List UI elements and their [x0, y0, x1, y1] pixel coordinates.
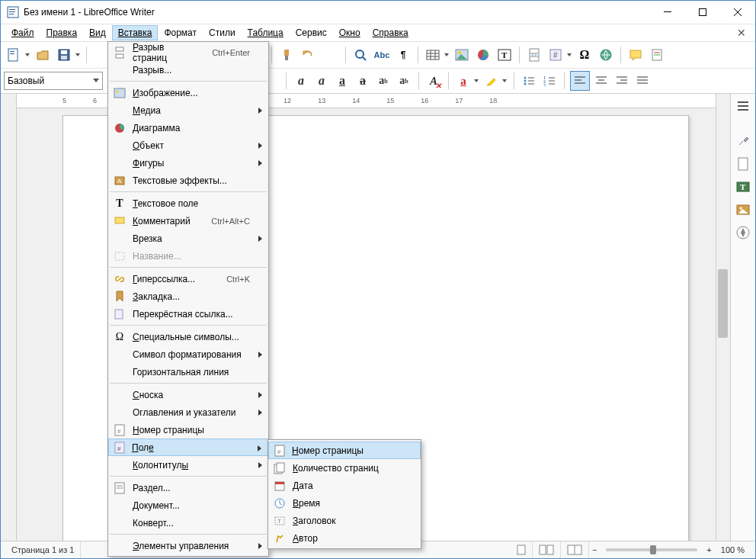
- image-button[interactable]: [452, 45, 472, 65]
- styles-panel-icon[interactable]: T: [734, 178, 752, 196]
- mi-section[interactable]: Раздел...: [108, 479, 268, 496]
- mi-pagenum[interactable]: #Номер страницы: [108, 421, 268, 439]
- undo-button[interactable]: [298, 45, 318, 65]
- insert-menu-dropdown: РРазрыв страницазрыв страницCtrl+Enter Р…: [107, 41, 269, 557]
- mi-envelope[interactable]: Конверт...: [108, 514, 268, 532]
- strike-button[interactable]: a: [354, 72, 372, 90]
- close-doc-button[interactable]: ✕: [732, 27, 751, 39]
- mi-footnote[interactable]: Сноска: [108, 386, 268, 403]
- mi-image[interactable]: Изображение...: [108, 84, 268, 101]
- svg-rect-84: [115, 252, 124, 260]
- mi-field[interactable]: #Поле: [108, 439, 268, 456]
- close-button[interactable]: [720, 1, 755, 24]
- find-button[interactable]: [351, 45, 370, 65]
- align-justify-button[interactable]: [633, 72, 652, 90]
- page-panel-icon[interactable]: [734, 155, 752, 173]
- align-left-button[interactable]: [570, 71, 590, 91]
- menu-table[interactable]: Таблица: [242, 25, 290, 40]
- textbox-button[interactable]: T: [495, 45, 514, 65]
- subscript-button[interactable]: ab: [395, 72, 413, 90]
- mi-hrule[interactable]: Горизонтальная линия: [108, 363, 268, 381]
- new-button[interactable]: [4, 45, 24, 65]
- view-single-icon[interactable]: [511, 541, 533, 558]
- mi-textbox[interactable]: TТекстовое поле: [108, 194, 268, 212]
- vertical-ruler[interactable]: [1, 94, 17, 541]
- mi-chart[interactable]: Диаграмма: [108, 119, 268, 137]
- align-center-button[interactable]: [592, 72, 610, 90]
- number-list-button[interactable]: 123: [540, 72, 559, 90]
- menu-file[interactable]: Файл: [5, 25, 40, 40]
- zoom-in-icon[interactable]: +: [703, 545, 714, 554]
- field-button[interactable]: #: [546, 45, 565, 65]
- mi-bookmark[interactable]: Закладка...: [108, 288, 268, 305]
- status-page[interactable]: Страница 1 из 1: [5, 541, 81, 558]
- mi-field-pagecount[interactable]: Количество страниц: [268, 459, 421, 477]
- hyperlink-button[interactable]: [596, 45, 616, 65]
- svg-point-40: [524, 83, 527, 85]
- comment-button[interactable]: [626, 45, 645, 65]
- menu-format[interactable]: Формат: [158, 25, 203, 40]
- menu-help[interactable]: Справка: [367, 25, 415, 40]
- bullet-list-button[interactable]: [520, 72, 538, 90]
- underline-button[interactable]: a: [333, 72, 351, 90]
- mi-comment[interactable]: КомментарийCtrl+Alt+C: [108, 212, 268, 230]
- mi-shapes[interactable]: Фигуры: [108, 154, 268, 172]
- minimize-button[interactable]: [650, 1, 685, 24]
- view-multi-icon[interactable]: [533, 541, 561, 558]
- menu-insert[interactable]: Вставка: [112, 25, 159, 40]
- mi-object[interactable]: Объект: [108, 137, 268, 154]
- paragraph-style-combo[interactable]: Базовый: [4, 72, 103, 90]
- align-right-button[interactable]: [613, 72, 631, 90]
- mi-hyperlink[interactable]: Гиперссылка...Ctrl+K: [108, 270, 268, 288]
- mi-formctrl[interactable]: Элементы управления: [108, 537, 268, 554]
- mi-special[interactable]: ΩСпециальные символы...: [108, 328, 268, 345]
- menu-window[interactable]: Окно: [333, 25, 367, 40]
- spellcheck-button[interactable]: Abc: [372, 45, 392, 65]
- mi-crossref[interactable]: Перекрёстная ссылка...: [108, 305, 268, 323]
- mi-media[interactable]: Медиа: [108, 101, 268, 119]
- mi-field-date[interactable]: Дата: [268, 477, 421, 494]
- font-color-button[interactable]: a: [454, 72, 472, 90]
- sidebar-menu-icon[interactable]: [734, 97, 752, 115]
- maximize-button[interactable]: [685, 1, 720, 24]
- menu-view[interactable]: Вид: [83, 25, 112, 40]
- vertical-scrollbar[interactable]: [716, 94, 730, 541]
- menu-edit[interactable]: Правка: [40, 25, 84, 40]
- mi-fontwork[interactable]: AТекстовые эффекты...: [108, 172, 268, 189]
- properties-panel-icon[interactable]: [734, 132, 752, 150]
- mi-headerfooter[interactable]: Колонтитулы: [108, 456, 268, 474]
- trackchanges-button[interactable]: [647, 45, 667, 65]
- mi-toc[interactable]: Оглавления и указатели: [108, 403, 268, 421]
- mi-field-title[interactable]: ТЗаголовок: [268, 512, 421, 529]
- mi-field-author[interactable]: Автор: [268, 529, 421, 547]
- mi-frame[interactable]: Врезка: [108, 230, 268, 247]
- italic-button[interactable]: a: [312, 72, 331, 90]
- mi-field-pagenum[interactable]: #Номер страницы: [268, 442, 421, 459]
- navigator-panel-icon[interactable]: [734, 223, 752, 242]
- mi-break[interactable]: Разрыв...: [108, 61, 268, 79]
- menu-tools[interactable]: Сервис: [290, 25, 333, 40]
- gallery-panel-icon[interactable]: [734, 201, 752, 219]
- bold-button[interactable]: a: [292, 72, 310, 90]
- highlight-button[interactable]: [482, 72, 501, 90]
- chart-button[interactable]: [473, 45, 493, 65]
- table-button[interactable]: [423, 45, 443, 65]
- superscript-button[interactable]: ab: [374, 72, 392, 90]
- format-paintbrush-button[interactable]: [277, 45, 296, 65]
- nonprinting-button[interactable]: ¶: [393, 45, 413, 65]
- open-button[interactable]: [33, 45, 53, 65]
- pagebreak-button[interactable]: [524, 45, 544, 65]
- mi-formatmark[interactable]: Символ форматирования: [108, 345, 268, 363]
- clear-format-button[interactable]: A✕: [424, 72, 443, 90]
- mi-field-time[interactable]: Время: [268, 494, 421, 512]
- view-book-icon[interactable]: [561, 541, 589, 558]
- mi-document[interactable]: Документ...: [108, 496, 268, 514]
- zoom-out-icon[interactable]: −: [589, 545, 600, 554]
- save-button[interactable]: [54, 45, 74, 65]
- specialchar-button[interactable]: Ω: [575, 45, 594, 65]
- zoom-value[interactable]: 100 %: [715, 541, 751, 558]
- zoom-slider[interactable]: [606, 548, 697, 551]
- menu-styles[interactable]: Стили: [203, 25, 242, 40]
- mi-page-break[interactable]: РРазрыв страницазрыв страницCtrl+Enter: [108, 43, 268, 61]
- mi-caption[interactable]: Название...: [108, 247, 268, 265]
